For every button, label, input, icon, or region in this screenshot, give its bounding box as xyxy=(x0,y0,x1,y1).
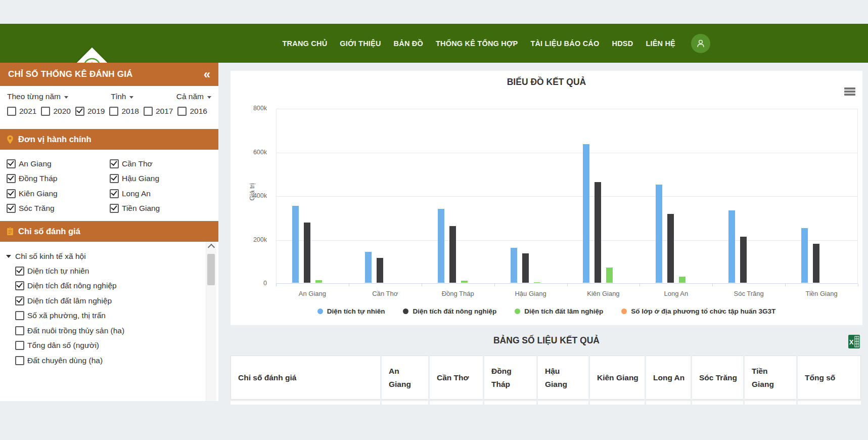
user-icon xyxy=(695,38,706,49)
chevron-down-icon xyxy=(129,96,133,99)
year-checkbox-2018-label: 2018 xyxy=(121,107,139,116)
bar-di-n-t-ch-t-n-ng-nghi-p[interactable] xyxy=(304,223,310,283)
legend-label: Diện tích đất lâm nghiệp xyxy=(524,307,603,315)
nav-item-hdsd[interactable]: HDSD xyxy=(612,39,633,48)
legend-item[interactable]: Diện tích đất lâm nghiệp xyxy=(515,307,603,315)
year-checkbox-2019[interactable]: 2019 xyxy=(75,107,105,116)
bar-di-n-t-ch-t-nhi-n[interactable] xyxy=(438,209,444,283)
table-cell-partial xyxy=(484,401,536,405)
bar-di-n-t-ch-t-nhi-n[interactable] xyxy=(365,252,372,283)
province-checkbox[interactable]: Đồng Tháp xyxy=(7,174,110,183)
indicator-checkbox[interactable]: Số xã phường, thị trấn xyxy=(15,309,218,324)
checkbox-icon xyxy=(15,341,24,350)
all-year-label: Cả năm xyxy=(176,92,204,101)
bar-di-n-t-ch-t-l-m-nghi-p[interactable] xyxy=(606,268,613,283)
province-checkbox[interactable]: Tiền Giang xyxy=(110,204,218,213)
bar-di-n-t-ch-t-nhi-n[interactable] xyxy=(583,144,589,283)
y-tick-label: 800k xyxy=(231,105,267,112)
y-tick-label: 200k xyxy=(231,236,267,243)
bar-di-n-t-ch-t-n-ng-nghi-p[interactable] xyxy=(522,253,529,283)
indicator-checkbox[interactable]: Đất nuôi trồng thủy sản (ha) xyxy=(15,323,218,338)
legend-item[interactable]: Số lớp ở địa phương tổ chức tập huấn 3G3… xyxy=(621,307,775,315)
legend-label: Diện tích đất nông nghiệp xyxy=(413,307,496,315)
scrollbar-thumb[interactable] xyxy=(207,254,215,285)
legend-item[interactable]: Diện tích tự nhiên xyxy=(317,307,385,315)
legend-label: Số lớp ở địa phương tổ chức tập huấn 3G3… xyxy=(631,307,775,315)
user-avatar-button[interactable] xyxy=(691,34,710,53)
indicator-checkbox-label: Diện tích tự nhiên xyxy=(27,267,89,276)
nav-item-gi-i-thi-u[interactable]: GIỚI THIỆU xyxy=(340,39,381,48)
bar-di-n-t-ch-t-n-ng-nghi-p[interactable] xyxy=(667,214,674,283)
year-checkbox-2017[interactable]: 2017 xyxy=(144,107,173,116)
filter-dropdown-row: Theo từng năm Tỉnh Cả năm xyxy=(7,92,211,101)
indicator-checkbox-label: Đất chuyên dùng (ha) xyxy=(27,356,103,365)
x-category-label: Hậu Giang xyxy=(494,290,567,297)
table-header-cell: Tiền Giang xyxy=(745,356,796,400)
indicator-checkbox[interactable]: Tổng dân số (người) xyxy=(15,338,218,354)
x-axis-tick xyxy=(422,284,422,286)
scroll-up-icon[interactable] xyxy=(208,244,215,251)
bar-di-n-t-ch-t-nhi-n[interactable] xyxy=(292,206,299,283)
bar-di-n-t-ch-t-nhi-n[interactable] xyxy=(656,185,662,283)
bar-di-n-t-ch-t-nhi-n[interactable] xyxy=(728,210,735,283)
nav-item-b-n-[interactable]: BẢN ĐỒ xyxy=(394,39,423,48)
province-checkbox-label: Tiền Giang xyxy=(122,204,160,213)
year-mode-dropdown[interactable]: Theo từng năm xyxy=(7,92,68,101)
admin-section-header: Đơn vị hành chính xyxy=(0,129,218,150)
province-checkbox[interactable]: Kiên Giang xyxy=(7,189,110,198)
year-checkbox-2021[interactable]: 2021 xyxy=(7,107,36,116)
table-cell-partial xyxy=(382,401,428,405)
year-checkbox-2018[interactable]: 2018 xyxy=(109,107,139,116)
indicator-checkbox[interactable]: Diện tích đất nông nghiệp xyxy=(15,279,218,294)
year-checkbox-2020[interactable]: 2020 xyxy=(41,107,70,116)
bar-di-n-t-ch-t-l-m-nghi-p[interactable] xyxy=(534,282,540,283)
filter-panel: Theo từng năm Tỉnh Cả năm 20212020201920… xyxy=(0,86,218,129)
sidebar-collapse-button[interactable]: « xyxy=(204,68,210,80)
legend-item[interactable]: Diện tích đất nông nghiệp xyxy=(403,307,496,315)
gridline xyxy=(277,240,857,241)
chart-menu-button[interactable] xyxy=(844,87,855,96)
province-checkbox[interactable]: Cần Thơ xyxy=(110,159,218,168)
year-filter-row: 202120202019201820172016 xyxy=(7,107,211,116)
province-checkbox[interactable]: Hậu Giang xyxy=(110,174,218,183)
year-checkbox-2016[interactable]: 2016 xyxy=(177,107,207,116)
clipboard-icon xyxy=(7,227,14,236)
checkbox-icon xyxy=(7,189,16,198)
indicator-checkbox[interactable]: Diện tích đất lâm nghiệp xyxy=(15,293,218,309)
excel-export-button[interactable]: X xyxy=(848,335,860,350)
all-year-dropdown[interactable]: Cả năm xyxy=(176,92,211,101)
province-checkbox[interactable]: Sóc Trăng xyxy=(7,204,110,213)
bar-di-n-t-ch-t-n-ng-nghi-p[interactable] xyxy=(595,182,601,283)
bar-di-n-t-ch-t-n-ng-nghi-p[interactable] xyxy=(377,258,383,283)
table-header-cell: Hậu Giang xyxy=(538,356,588,400)
indicator-checkbox[interactable]: Diện tích tự nhiên xyxy=(15,263,218,279)
nav-item-t-i-li-u-b-o-c-o[interactable]: TÀI LIỆU BÁO CÁO xyxy=(530,39,599,48)
tree-scrollbar[interactable] xyxy=(206,242,216,401)
bar-di-n-t-ch-t-n-ng-nghi-p[interactable] xyxy=(449,226,456,283)
hamburger-icon xyxy=(844,91,855,93)
bar-di-n-t-ch-t-nhi-n[interactable] xyxy=(511,248,517,283)
table-header-cell: Cần Thơ xyxy=(430,356,483,400)
indicator-checkbox[interactable]: Đất chuyên dùng (ha) xyxy=(15,353,218,368)
province-dropdown[interactable]: Tỉnh xyxy=(111,92,133,101)
tree-node-label: Chỉ số kinh tế xã hội xyxy=(15,252,86,261)
x-category-label: Kiên Giang xyxy=(567,290,640,297)
x-axis-tick xyxy=(494,284,495,286)
bar-di-n-t-ch-t-l-m-nghi-p[interactable] xyxy=(679,277,686,283)
bar-di-n-t-ch-t-n-ng-nghi-p[interactable] xyxy=(813,244,819,283)
nav-item-th-ng-k-t-ng-h-p[interactable]: THỐNG KÊ TỔNG HỢP xyxy=(436,39,518,48)
nav-item-li-n-h-[interactable]: LIÊN HỆ xyxy=(646,39,675,48)
bar-di-n-t-ch-t-l-m-nghi-p[interactable] xyxy=(315,280,322,283)
bar-di-n-t-ch-t-nhi-n[interactable] xyxy=(801,228,808,283)
nav-item-trang-ch-[interactable]: TRANG CHỦ xyxy=(283,39,328,48)
bar-di-n-t-ch-t-l-m-nghi-p[interactable] xyxy=(461,281,468,283)
province-checkbox[interactable]: An Giang xyxy=(7,159,110,168)
checkbox-icon xyxy=(15,326,24,335)
indicator-checkbox-label: Tổng dân số (người) xyxy=(27,341,99,350)
bar-di-n-t-ch-t-n-ng-nghi-p[interactable] xyxy=(740,237,747,283)
tree-node-kinh-te-xa-hoi[interactable]: Chỉ số kinh tế xã hội xyxy=(6,249,218,263)
province-checkbox-label: Sóc Trăng xyxy=(19,204,55,213)
province-checkbox[interactable]: Long An xyxy=(110,189,218,198)
x-axis-tick xyxy=(639,284,640,286)
y-tick-label: 400k xyxy=(231,192,267,199)
